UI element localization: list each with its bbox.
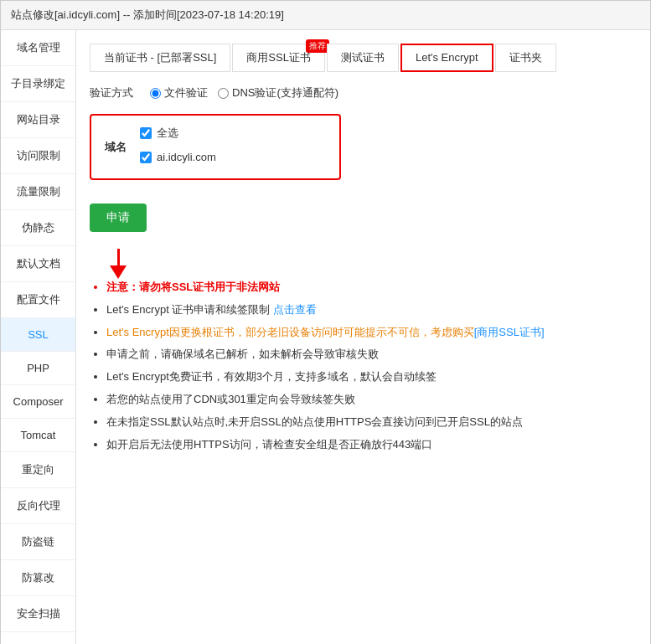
apply-section: 申请 xyxy=(90,204,637,279)
sidebar-item-Tomcat[interactable]: Tomcat xyxy=(1,419,75,452)
sidebar-item-网站目录[interactable]: 网站目录 xyxy=(1,102,75,138)
verify-method-row: 验证方式 文件验证 DNS验证(支持通配符) xyxy=(90,85,637,100)
note-0: 注意：请勿将SSL证书用于非法网站 xyxy=(106,279,637,296)
select-all-checkbox[interactable] xyxy=(140,127,152,139)
domain-section-label: 域名 xyxy=(105,140,127,155)
file-verify-option[interactable]: 文件验证 xyxy=(150,85,208,100)
select-all-row: 全选 xyxy=(140,126,216,141)
dns-verify-radio[interactable] xyxy=(218,88,229,99)
sidebar-item-网站日志[interactable]: 网站日志 xyxy=(1,632,75,644)
note-2: Let's Encrypt因更换根证书，部分老旧设备访问时可能提示不可信，考虑购… xyxy=(106,324,637,342)
sidebar-item-防篡改[interactable]: 防篡改 xyxy=(1,560,75,596)
window-title: 站点修改[ai.idcyli.com] -- 添加时间[2023-07-18 1… xyxy=(11,8,284,21)
tab-测试证书[interactable]: 测试证书 xyxy=(327,44,399,72)
sidebar-item-默认文档[interactable]: 默认文档 xyxy=(1,246,75,282)
sidebar: 域名管理子目录绑定网站目录访问限制流量限制伪静态默认文档配置文件SSLPHPCo… xyxy=(1,30,76,644)
tabs-container: 当前证书 - [已部署SSL]商用SSL证书推荐测试证书Let's Encryp… xyxy=(90,44,637,72)
title-bar: 站点修改[ai.idcyli.com] -- 添加时间[2023-07-18 1… xyxy=(1,1,650,30)
note-1: Let's Encrypt 证书申请和续签限制 点击查看 xyxy=(106,301,637,319)
main-layout: 域名管理子目录绑定网站目录访问限制流量限制伪静态默认文档配置文件SSLPHPCo… xyxy=(1,30,650,644)
window: 站点修改[ai.idcyli.com] -- 添加时间[2023-07-18 1… xyxy=(0,0,651,644)
sidebar-item-访问限制[interactable]: 访问限制 xyxy=(1,138,75,174)
sidebar-item-反向代理[interactable]: 反向代理 xyxy=(1,488,75,524)
dns-verify-option[interactable]: DNS验证(支持通配符) xyxy=(218,85,338,100)
note-2-link[interactable]: [商用SSL证书] xyxy=(474,326,545,338)
select-all-label: 全选 xyxy=(157,126,178,141)
tab-当前证书-[已部署SSL][interactable]: 当前证书 - [已部署SSL] xyxy=(90,44,230,72)
tab-证书夹[interactable]: 证书夹 xyxy=(495,44,556,72)
domain-checkbox[interactable] xyxy=(140,152,152,163)
sidebar-item-SSL[interactable]: SSL xyxy=(1,318,75,352)
sidebar-item-配置文件[interactable]: 配置文件 xyxy=(1,282,75,318)
file-verify-label: 文件验证 xyxy=(164,85,208,100)
notes-list: 注意：请勿将SSL证书用于非法网站 Let's Encrypt 证书申请和续签限… xyxy=(90,279,637,453)
note-3: 申请之前，请确保域名已解析，如未解析会导致审核失败 xyxy=(106,346,637,363)
sidebar-item-防盗链[interactable]: 防盗链 xyxy=(1,524,75,560)
sidebar-item-重定向[interactable]: 重定向 xyxy=(1,452,75,488)
sidebar-item-Composer[interactable]: Composer xyxy=(1,385,75,419)
verify-label: 验证方式 xyxy=(90,85,133,100)
sidebar-item-流量限制[interactable]: 流量限制 xyxy=(1,174,75,210)
file-verify-radio[interactable] xyxy=(150,88,161,99)
domain-section: 域名 全选 ai.idcyli.com xyxy=(90,114,341,180)
domain-row: ai.idcyli.com xyxy=(140,151,216,163)
apply-button[interactable]: 申请 xyxy=(90,204,147,232)
tab-商用SSL证书[interactable]: 商用SSL证书推荐 xyxy=(232,44,325,72)
note-5: 若您的站点使用了CDN或301重定向会导致续签失败 xyxy=(106,391,637,409)
domain-value: ai.idcyli.com xyxy=(157,151,216,163)
sidebar-item-PHP[interactable]: PHP xyxy=(1,352,75,385)
note-4: Let's Encrypt免费证书，有效期3个月，支持多域名，默认会自动续签 xyxy=(106,368,637,386)
note-6: 在未指定SSL默认站点时,未开启SSL的站点使用HTTPS会直接访问到已开启SS… xyxy=(106,414,637,431)
tab-LetsEncrypt[interactable]: Let's Encrypt xyxy=(400,44,493,72)
content-area: 当前证书 - [已部署SSL]商用SSL证书推荐测试证书Let's Encryp… xyxy=(76,30,650,644)
note-7: 如开启后无法使用HTTPS访问，请检查安全组是否正确放行443端口 xyxy=(106,436,637,454)
sidebar-item-伪静态[interactable]: 伪静态 xyxy=(1,210,75,246)
sidebar-item-域名管理[interactable]: 域名管理 xyxy=(1,30,75,66)
sidebar-item-子目录绑定[interactable]: 子目录绑定 xyxy=(1,66,75,102)
down-arrow-icon xyxy=(110,265,127,279)
sidebar-item-安全扫描[interactable]: 安全扫描 xyxy=(1,596,75,632)
dns-verify-label: DNS验证(支持通配符) xyxy=(232,85,338,100)
note-1-link[interactable]: 点击查看 xyxy=(273,303,317,316)
